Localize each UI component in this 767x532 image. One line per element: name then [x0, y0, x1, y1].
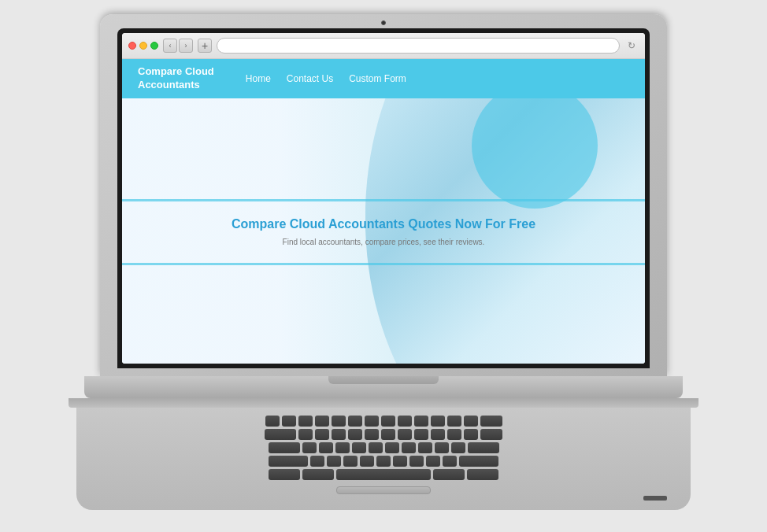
key[interactable]	[315, 429, 329, 440]
key[interactable]	[398, 416, 412, 427]
key-shift-left[interactable]	[269, 456, 308, 467]
laptop: ‹ › + ↻ Compare Cloud Accountants	[69, 14, 698, 518]
traffic-lights	[128, 42, 158, 50]
key-space[interactable]	[336, 469, 431, 480]
key-cmd-right[interactable]	[433, 469, 465, 480]
key[interactable]	[369, 442, 383, 453]
key[interactable]	[332, 429, 346, 440]
blue-line-bottom	[122, 263, 645, 265]
key[interactable]	[298, 416, 313, 427]
key[interactable]	[319, 442, 333, 453]
nav-arrows: ‹ ›	[163, 39, 193, 53]
key-option[interactable]	[467, 469, 498, 480]
key[interactable]	[393, 456, 407, 467]
key[interactable]	[269, 442, 300, 453]
keyboard-area	[76, 408, 691, 510]
key[interactable]	[315, 416, 329, 427]
forward-button[interactable]: ›	[179, 39, 193, 53]
power-indicator	[643, 496, 667, 501]
key[interactable]	[298, 429, 313, 440]
key[interactable]	[327, 456, 341, 467]
nav-custom-form[interactable]: Custom Form	[349, 73, 406, 84]
maximize-button[interactable]	[150, 42, 158, 50]
nav-home[interactable]: Home	[246, 73, 271, 84]
key[interactable]	[431, 429, 445, 440]
new-tab-button[interactable]: +	[198, 39, 212, 53]
webcam	[381, 20, 386, 25]
key[interactable]	[480, 429, 502, 440]
key[interactable]	[343, 456, 358, 467]
key[interactable]	[381, 416, 395, 427]
key[interactable]	[443, 456, 457, 467]
trackpad[interactable]	[336, 486, 431, 494]
key-fn[interactable]	[269, 469, 300, 480]
close-button[interactable]	[128, 42, 136, 50]
key[interactable]	[365, 416, 379, 427]
logo-line2: Accountants	[138, 79, 214, 92]
nav-contact[interactable]: Contact Us	[287, 73, 333, 84]
refresh-button[interactable]: ↻	[624, 39, 639, 53]
website-content: Compare Cloud Accountants Home Contact U…	[122, 59, 645, 364]
key[interactable]	[414, 429, 428, 440]
key[interactable]	[265, 416, 280, 427]
key[interactable]	[468, 442, 499, 453]
key[interactable]	[409, 456, 424, 467]
minimize-button[interactable]	[139, 42, 147, 50]
key[interactable]	[348, 429, 362, 440]
key[interactable]	[265, 429, 296, 440]
key-shift-right[interactable]	[459, 456, 498, 467]
key[interactable]	[348, 416, 362, 427]
key-row-3	[269, 442, 499, 453]
key-row-1	[265, 416, 502, 427]
key[interactable]	[352, 442, 366, 453]
hero-text: Compare Cloud Accountants Quotes Now For…	[122, 216, 645, 246]
blue-line-top	[122, 199, 645, 201]
screen-bezel: ‹ › + ↻ Compare Cloud Accountants	[117, 28, 650, 368]
site-header: Compare Cloud Accountants Home Contact U…	[122, 59, 645, 98]
key[interactable]	[360, 456, 374, 467]
key[interactable]	[376, 456, 391, 467]
browser-window: ‹ › + ↻ Compare Cloud Accountants	[122, 33, 645, 364]
screen-lid: ‹ › + ↻ Compare Cloud Accountants	[100, 14, 667, 376]
key[interactable]	[381, 429, 395, 440]
site-logo: Compare Cloud Accountants	[138, 65, 214, 92]
hero-title: Compare Cloud Accountants Quotes Now For…	[138, 216, 629, 231]
key[interactable]	[310, 456, 324, 467]
laptop-hinge	[69, 398, 698, 408]
key[interactable]	[431, 416, 445, 427]
key[interactable]	[402, 442, 416, 453]
key[interactable]	[282, 416, 296, 427]
key[interactable]	[464, 429, 478, 440]
key[interactable]	[332, 416, 346, 427]
key[interactable]	[385, 442, 399, 453]
key[interactable]	[451, 442, 465, 453]
key[interactable]	[365, 429, 379, 440]
key[interactable]	[447, 429, 461, 440]
key[interactable]	[435, 442, 449, 453]
key[interactable]	[414, 416, 428, 427]
key[interactable]	[335, 442, 350, 453]
hero-subtitle: Find local accountants, compare prices, …	[138, 237, 629, 246]
key-cmd[interactable]	[302, 469, 334, 480]
key[interactable]	[418, 442, 432, 453]
key[interactable]	[447, 416, 461, 427]
key[interactable]	[426, 456, 440, 467]
key-row-5	[269, 469, 498, 480]
key-row-2	[265, 429, 502, 440]
hero-section: Compare Cloud Accountants Quotes Now For…	[122, 98, 645, 364]
key[interactable]	[398, 429, 412, 440]
key-row-4	[269, 456, 498, 467]
keyboard-rows	[92, 416, 675, 480]
site-nav: Home Contact Us Custom Form	[246, 73, 406, 84]
back-button[interactable]: ‹	[163, 39, 177, 53]
logo-line1: Compare Cloud	[138, 65, 214, 79]
key[interactable]	[464, 416, 478, 427]
address-bar[interactable]	[217, 38, 620, 54]
key[interactable]	[480, 416, 502, 427]
browser-chrome: ‹ › + ↻	[122, 33, 645, 59]
laptop-base	[84, 376, 683, 398]
key[interactable]	[302, 442, 317, 453]
